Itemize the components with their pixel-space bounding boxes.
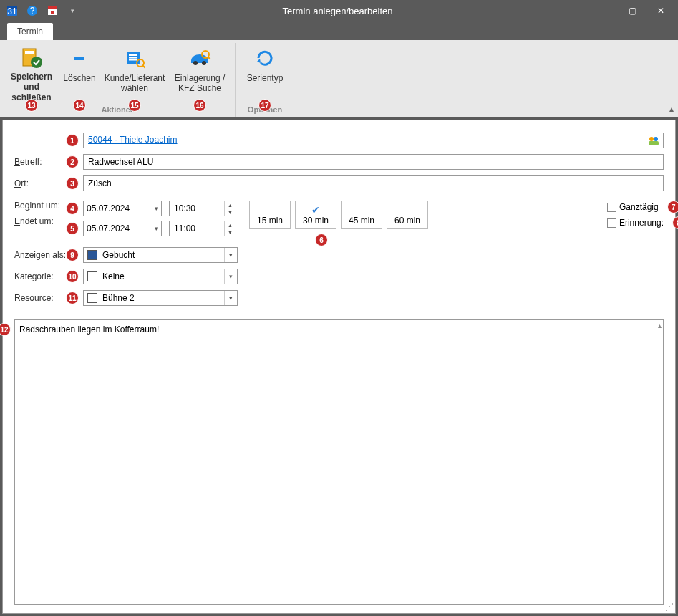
titlebar: 31 ? ▾ Termin anlegen/bearbeiten — ▢ ✕ [0,0,678,21]
storage-search-button[interactable]: Einlagerung / KFZ Suche 16 [169,43,231,103]
duration-15-label: 15 min [257,216,283,226]
badge-16: 16 [193,99,206,112]
customer-link-field[interactable]: 50044 - Thiele Joachim [83,133,664,148]
start-time-spinner[interactable]: 10:30 ▲▼ [169,201,236,216]
delete-button[interactable]: Löschen 14 [59,43,100,103]
series-type-button[interactable]: Serientyp 17 [240,43,290,103]
subject-input[interactable] [83,154,664,170]
badge-5: 5 [66,222,79,235]
people-icon[interactable] [648,135,659,146]
badge-10: 10 [66,270,79,283]
minimize-button[interactable]: — [596,6,611,16]
recurrence-icon [253,46,277,70]
resource-swatch-icon [87,293,97,303]
ribbon-group-options: Serientyp 17 Optionen [236,43,294,117]
badge-9: 9 [66,249,79,261]
badge-17: 17 [258,99,271,112]
checkbox-icon [607,203,616,212]
end-date-value: 05.07.2024 [87,223,130,234]
badge-14: 14 [73,99,86,112]
storage-search-label: Einlagerung / KFZ Suche [170,73,229,94]
chevron-down-icon: ▾ [224,248,237,262]
form-body: 1 50044 - Thiele Joachim Betreff: 2 Ort: [2,120,676,614]
all-day-label: Ganztägig [619,202,659,212]
duration-buttons: ✔ 15 min ✔ 30 min ✔ 45 min ✔ 60 min [249,201,428,229]
badge-15: 15 [128,99,141,112]
maximize-button[interactable]: ▢ [625,6,639,16]
badge-11: 11 [66,292,79,304]
busy-swatch-icon [87,250,97,260]
badge-7: 7 [667,201,678,213]
category-combo[interactable]: Keine ▾ [83,269,238,284]
category-swatch-icon [87,271,97,281]
series-type-label: Serientyp [247,73,284,83]
svg-rect-12 [129,54,137,56]
end-time-value: 11:00 [170,223,224,234]
duration-15-button[interactable]: ✔ 15 min [249,201,291,229]
ribbon-collapse-icon[interactable]: ▴ [669,104,674,114]
svg-rect-8 [25,51,34,54]
app-calendar-icon[interactable]: 31 [6,4,19,17]
checkbox-icon [607,218,616,228]
qat-dropdown-icon[interactable]: ▾ [66,4,79,17]
location-input[interactable] [83,175,664,191]
duration-30-label: 30 min [303,216,329,226]
notes-textarea[interactable] [15,320,663,604]
spin-up-icon[interactable]: ▲ [225,221,236,228]
svg-rect-13 [129,57,137,59]
spin-up-icon[interactable]: ▲ [225,201,236,208]
badge-6: 6 [315,234,328,246]
resize-grip-icon[interactable]: ⋰ [665,602,674,612]
chevron-down-icon: ▾ [224,269,237,284]
close-button[interactable]: ✕ [654,6,668,16]
svg-point-18 [202,61,206,65]
choose-customer-button[interactable]: Kunde/Lieferant wählen 15 [102,43,168,103]
help-icon[interactable]: ? [26,4,39,17]
show-as-combo[interactable]: Gebucht ▾ [83,247,238,263]
appointment-dialog: 31 ? ▾ Termin anlegen/bearbeiten — ▢ ✕ T… [0,0,678,616]
spin-down-icon[interactable]: ▼ [225,228,236,236]
all-day-checkbox[interactable]: Ganztägig 7 [607,202,659,212]
svg-point-9 [31,57,42,68]
resource-value: Bühne 2 [101,293,224,303]
scroll-up-icon[interactable]: ▴ [658,322,662,329]
ribbon: Speichern und schließen 13 Löschen 14 Ku… [0,40,678,117]
svg-point-21 [649,137,654,141]
chevron-down-icon: ▾ [155,225,158,232]
flag-icon[interactable] [46,4,59,17]
spin-down-icon[interactable]: ▼ [225,208,236,216]
resource-combo[interactable]: Bühne 2 ▾ [83,290,238,306]
badge-8: 8 [672,216,678,229]
car-search-icon [188,46,212,70]
start-date-picker[interactable]: 05.07.2024 ▾ [83,201,162,216]
start-time-value: 10:30 [170,203,224,213]
svg-point-17 [193,61,198,65]
customer-icon [122,46,147,70]
choose-customer-label: Kunde/Lieferant wählen [103,73,166,94]
svg-point-22 [654,137,658,141]
svg-rect-23 [649,141,659,145]
save-close-icon [19,46,44,69]
duration-45-button[interactable]: ✔ 45 min [341,201,382,229]
delete-label: Löschen [63,73,95,83]
tab-appointment[interactable]: Termin [7,23,53,40]
svg-rect-6 [48,6,57,9]
save-and-close-button[interactable]: Speichern und schließen 13 [6,43,57,103]
badge-1: 1 [66,134,79,147]
svg-line-20 [208,57,210,59]
badge-3: 3 [66,177,79,190]
svg-text:31: 31 [7,6,17,16]
end-time-spinner[interactable]: 11:00 ▲▼ [169,221,236,236]
svg-text:?: ? [30,6,35,16]
notes-area: 12 ▴ [14,319,664,605]
duration-60-button[interactable]: ✔ 60 min [387,201,428,229]
duration-60-label: 60 min [394,216,420,226]
duration-30-button[interactable]: ✔ 30 min [295,201,336,229]
svg-line-16 [142,65,145,68]
end-date-picker[interactable]: 05.07.2024 ▾ [83,221,162,236]
reminder-label: Erinnerung: [619,218,664,228]
start-date-value: 05.07.2024 [87,203,130,213]
reminder-checkbox[interactable]: Erinnerung: 8 [607,218,664,228]
window-title: Termin anlegen/bearbeiten [79,6,596,16]
save-close-label: Speichern und schließen [7,72,56,102]
